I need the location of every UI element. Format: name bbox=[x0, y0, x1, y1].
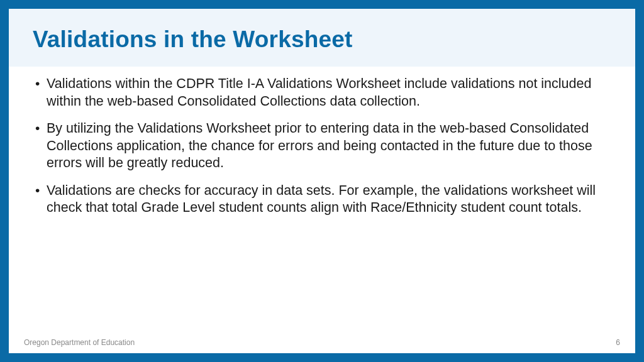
bullet-item: By utilizing the Validations Worksheet p… bbox=[33, 120, 611, 172]
bullet-item: Validations are checks for accuracy in d… bbox=[33, 182, 611, 217]
bullet-list: Validations within the CDPR Title I-A Va… bbox=[33, 75, 611, 217]
slide-title: Validations in the Worksheet bbox=[33, 26, 611, 53]
slide-content: Validations in the Worksheet Validations… bbox=[9, 9, 635, 353]
body-area: Validations within the CDPR Title I-A Va… bbox=[9, 67, 635, 353]
bullet-item: Validations within the CDPR Title I-A Va… bbox=[33, 75, 611, 110]
slide-frame: Validations in the Worksheet Validations… bbox=[0, 0, 644, 362]
slide-footer: Oregon Department of Education 6 bbox=[9, 338, 635, 347]
title-band: Validations in the Worksheet bbox=[9, 9, 635, 67]
page-number: 6 bbox=[616, 338, 620, 347]
footer-org: Oregon Department of Education bbox=[24, 338, 135, 347]
